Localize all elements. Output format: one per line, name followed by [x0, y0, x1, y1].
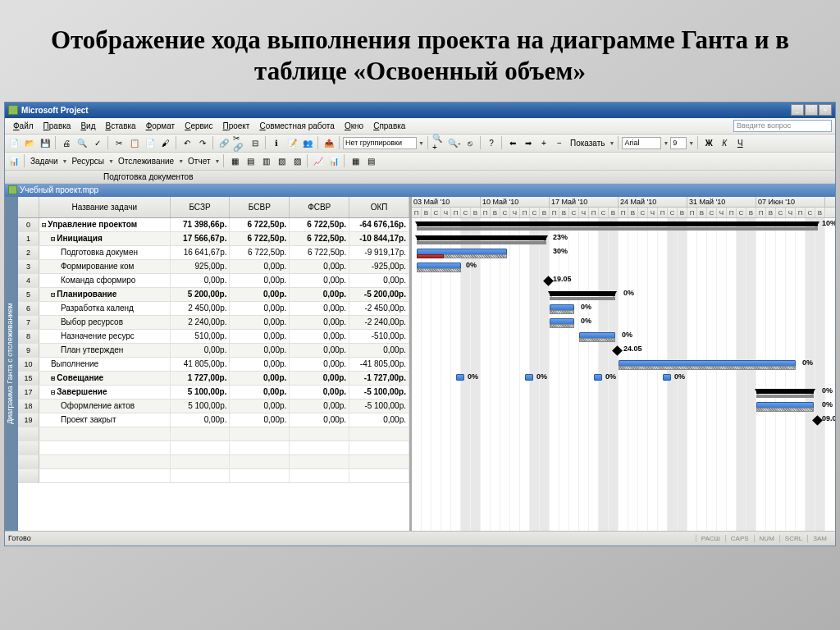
value-cell[interactable]: 5 200,00р. — [171, 288, 231, 301]
value-cell[interactable]: -5 100,00р. — [349, 399, 409, 413]
redo-icon[interactable]: ↷ — [195, 135, 210, 150]
value-cell[interactable]: 0,00р. — [290, 413, 349, 427]
goto-icon[interactable]: ⎋ — [463, 135, 477, 150]
copy-icon[interactable]: 📋 — [127, 135, 142, 150]
table-row[interactable]: 8Назначение ресурс510,00р.0,00р.0,00р.-5… — [18, 330, 409, 344]
gantt-row[interactable]: 10% — [412, 218, 835, 232]
zoomout-icon[interactable]: 🔍- — [447, 135, 462, 150]
outdent-icon[interactable]: ⬅ — [505, 135, 520, 150]
undo-icon[interactable]: ↶ — [180, 135, 194, 150]
help-icon[interactable]: ? — [484, 135, 499, 150]
table-row[interactable]: 15⊞Совещание1 727,00р.0,00р.0,00р.-1 727… — [18, 372, 409, 386]
gantt-row[interactable]: 0% — [412, 260, 835, 274]
task-name-cell[interactable]: ⊟Инициация — [39, 232, 171, 245]
gantt-row[interactable]: 19.05 — [412, 274, 835, 288]
menu-collab[interactable]: Совместная работа — [254, 120, 340, 132]
value-cell[interactable]: -5 200,00р. — [349, 288, 409, 301]
cut-icon[interactable]: ✂ — [112, 135, 126, 150]
menu-help[interactable]: Справка — [368, 120, 410, 132]
value-cell[interactable]: 0,00р. — [230, 302, 290, 315]
milestone-marker[interactable] — [543, 276, 554, 286]
row-number[interactable]: 5 — [18, 288, 39, 301]
value-cell[interactable]: 0,00р. — [290, 288, 349, 301]
view4-icon[interactable]: ▧ — [274, 153, 289, 168]
value-cell[interactable]: 0,00р. — [230, 288, 290, 301]
view5-icon[interactable]: ▨ — [290, 153, 304, 168]
note-icon[interactable]: 📝 — [285, 135, 299, 150]
value-cell[interactable]: 0,00р. — [290, 372, 349, 385]
value-cell[interactable]: 6 722,50р. — [230, 232, 290, 245]
gantt-row[interactable]: 0% — [412, 316, 835, 330]
table-row[interactable]: 1⊟Инициация17 566,67р.6 722,50р.6 722,50… — [18, 232, 409, 246]
hidesubtasks-icon[interactable]: − — [552, 135, 567, 150]
value-cell[interactable]: 6 722,50р. — [230, 218, 290, 231]
value-cell[interactable]: -510,00р. — [349, 330, 409, 343]
task-name-cell[interactable]: ⊞Совещание — [39, 372, 171, 385]
task-name-cell[interactable]: Команда сформиро — [39, 274, 171, 287]
value-cell[interactable]: 6 722,50р. — [290, 218, 349, 231]
show-label[interactable]: Показать — [568, 139, 608, 148]
task-bar[interactable] — [525, 374, 533, 381]
gantt-row[interactable]: 0% — [412, 302, 835, 316]
value-cell[interactable]: 0,00р. — [171, 413, 231, 427]
split-icon[interactable]: ⊟ — [248, 135, 262, 150]
gantt-row[interactable]: 0% — [412, 330, 835, 344]
row-number[interactable]: 8 — [18, 330, 39, 343]
view6-icon[interactable]: 📈 — [311, 153, 326, 168]
row-number[interactable]: 0 — [18, 218, 39, 231]
value-cell[interactable]: 0,00р. — [290, 386, 349, 399]
row-number[interactable]: 7 — [18, 316, 39, 329]
table-row[interactable]: 5⊟Планирование5 200,00р.0,00р.0,00р.-5 2… — [18, 288, 409, 302]
row-number[interactable]: 2 — [18, 246, 39, 259]
maximize-button[interactable]: □ — [805, 104, 818, 116]
row-number[interactable]: 19 — [18, 413, 39, 427]
row-number[interactable]: 3 — [18, 260, 39, 273]
value-cell[interactable]: 71 398,66р. — [171, 218, 231, 231]
value-cell[interactable]: 0,00р. — [230, 399, 290, 413]
value-cell[interactable]: -41 805,00р. — [349, 358, 409, 371]
row-number[interactable]: 10 — [18, 358, 39, 371]
value-cell[interactable]: 0,00р. — [171, 274, 231, 287]
value-cell[interactable]: 41 805,00р. — [171, 358, 231, 371]
menu-window[interactable]: Окно — [340, 120, 368, 132]
font-name[interactable] — [622, 137, 661, 149]
value-cell[interactable]: 510,00р. — [171, 330, 231, 343]
info-icon[interactable]: ℹ — [269, 135, 284, 150]
view8-icon[interactable]: ▦ — [348, 153, 363, 168]
value-cell[interactable]: -5 100,00р. — [349, 386, 409, 399]
value-cell[interactable]: 5 100,00р. — [171, 386, 231, 399]
value-cell[interactable]: 17 566,67р. — [171, 232, 231, 245]
row-number[interactable]: 4 — [18, 274, 39, 287]
task-name-cell[interactable]: ⊟Планирование — [39, 288, 171, 301]
gantt-row[interactable]: 0%0%0%0% — [412, 372, 835, 386]
task-name-cell[interactable]: Разработка календ — [39, 302, 171, 315]
table-row[interactable]: 2Подготовка докумен16 641,67р.6 722,50р.… — [18, 246, 409, 260]
table-row[interactable]: 7Выбор ресурсов2 240,00р.0,00р.0,00р.-2 … — [18, 316, 409, 330]
table-row[interactable]: 6Разработка календ2 450,00р.0,00р.0,00р.… — [18, 302, 409, 316]
underline-icon[interactable]: Ч — [733, 135, 747, 150]
value-cell[interactable]: -925,00р. — [349, 260, 409, 273]
value-cell[interactable]: 0,00р. — [230, 330, 290, 343]
value-cell[interactable]: -10 844,17р. — [349, 232, 409, 245]
link-icon[interactable]: 🔗 — [217, 135, 231, 150]
gantt-row[interactable]: 30% — [412, 246, 835, 260]
task-bar[interactable] — [456, 374, 464, 381]
value-cell[interactable]: -2 450,00р. — [349, 302, 409, 315]
summary-bar[interactable] — [550, 291, 615, 296]
gantt-row[interactable]: 0% — [412, 386, 835, 399]
value-cell[interactable]: 0,00р. — [290, 330, 349, 343]
value-cell[interactable]: 0,00р. — [349, 274, 409, 287]
task-name-cell[interactable]: Формирование ком — [39, 260, 171, 273]
table-row[interactable]: 9План утвержден0,00р.0,00р.0,00р.0,00р. — [18, 344, 409, 358]
table-row[interactable]: 17⊟Завершение5 100,00р.0,00р.0,00р.-5 10… — [18, 386, 409, 399]
format-icon[interactable]: 🖌 — [158, 135, 173, 150]
value-cell[interactable]: 0,00р. — [230, 344, 290, 357]
value-cell[interactable]: 2 450,00р. — [171, 302, 231, 315]
value-cell[interactable]: 0,00р. — [290, 302, 349, 315]
bold-icon[interactable]: Ж — [701, 135, 716, 150]
value-cell[interactable]: 0,00р. — [290, 260, 349, 273]
spell-icon[interactable]: ✓ — [90, 135, 105, 150]
menu-tools[interactable]: Сервис — [180, 120, 217, 132]
view3-icon[interactable]: ▥ — [258, 153, 273, 168]
value-cell[interactable]: 0,00р. — [290, 274, 349, 287]
